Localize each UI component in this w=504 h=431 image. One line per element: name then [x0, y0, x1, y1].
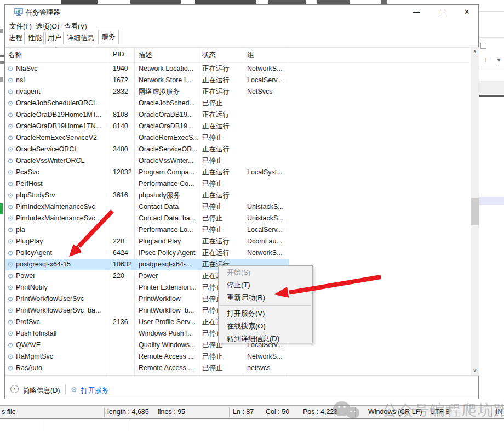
- service-status: 已停止: [202, 155, 243, 167]
- scrollbar-thumb[interactable]: [471, 198, 479, 225]
- service-gear-icon: ⚙: [7, 236, 16, 247]
- service-name: postgresql-x64-15: [16, 259, 108, 270]
- service-name: ProfSvc: [16, 316, 108, 328]
- task-manager-icon: [14, 8, 23, 16]
- status-mode: IN: [496, 408, 503, 416]
- scroll-down-icon[interactable]: ∨: [471, 366, 479, 375]
- column-header-pid[interactable]: PID: [113, 50, 124, 58]
- table-row[interactable]: ⚙PerfHostPerformance Co...已停止: [5, 178, 289, 190]
- service-group: [247, 109, 288, 121]
- service-gear-icon: ⚙: [7, 293, 16, 305]
- background-toolbar-band: [479, 81, 504, 94]
- tab-performance[interactable]: 性能: [26, 32, 44, 44]
- service-description: Network Store I...: [139, 75, 198, 86]
- column-header-description[interactable]: 描述: [139, 50, 152, 60]
- expand-details-icon[interactable]: ∧: [10, 385, 19, 393]
- service-pid: 12032: [113, 167, 137, 178]
- filter-icon[interactable]: ▼: [496, 56, 502, 63]
- tab-users[interactable]: 用户: [45, 32, 64, 44]
- status-divider: [491, 407, 492, 417]
- service-pid: 1940: [113, 63, 137, 75]
- table-row[interactable]: ⚙PcaSvc12032Program Compa...正在运行LocalSys…: [5, 167, 289, 178]
- window-title: 任务管理器: [26, 8, 60, 18]
- context-menu-item-5[interactable]: 在线搜索(O): [219, 320, 312, 332]
- service-description: PrintWorkflow: [139, 293, 198, 305]
- service-gear-icon: ⚙: [7, 339, 16, 351]
- table-row[interactable]: ⚙OracleOraDB19Home1MT...8108OracleOraDB1…: [5, 109, 289, 121]
- footer-separator: [5, 375, 479, 376]
- service-name: OracleVssWriterORCL: [16, 155, 108, 167]
- service-name: phpStudySrv: [16, 190, 108, 201]
- service-name: PimIndexMaintenanceSvc_...: [16, 213, 108, 224]
- tab-services[interactable]: 服务: [98, 30, 119, 44]
- table-row[interactable]: ⚙PolicyAgent6424IPsec Policy Agent正在运行Ne…: [5, 247, 289, 259]
- maximize-button[interactable]: □: [431, 5, 453, 19]
- table-row[interactable]: ⚙OracleVssWriterORCLOracleVssWriter...已停…: [5, 155, 289, 167]
- context-menu-item-2[interactable]: 重新启动(R): [219, 292, 312, 304]
- service-group: UnistackS...: [247, 213, 288, 224]
- scroll-up-icon[interactable]: ∧: [471, 47, 479, 56]
- table-row[interactable]: ⚙OracleJobSchedulerORCLOracleJobSched...…: [5, 98, 289, 109]
- service-gear-icon: ⚙: [7, 167, 16, 178]
- table-row[interactable]: ⚙PimIndexMaintenanceSvcContact Data已停止Un…: [5, 201, 289, 213]
- service-gear-icon: ⚙: [7, 362, 16, 374]
- service-name: PolicyAgent: [16, 247, 108, 259]
- service-name: RasAuto: [16, 362, 108, 374]
- plus-icon[interactable]: +: [484, 55, 488, 64]
- service-name: OracleJobSchedulerORCL: [16, 98, 108, 109]
- service-status: 正在运行: [202, 236, 243, 247]
- background-checkbox[interactable]: [480, 43, 486, 49]
- table-row[interactable]: ⚙phpStudySrv3616phpstudy服务正在运行: [5, 190, 289, 201]
- open-services-link[interactable]: 打开服务: [81, 386, 108, 395]
- service-group: [247, 132, 288, 144]
- context-menu-item-6[interactable]: 转到详细信息(D): [219, 333, 312, 345]
- table-row[interactable]: ⚙PlugPlay220Plug and Play正在运行DcomLau...: [5, 236, 289, 247]
- service-gear-icon: ⚙: [7, 86, 16, 98]
- service-pid: 8140: [113, 121, 137, 132]
- column-header-group[interactable]: 组: [247, 50, 254, 60]
- table-row[interactable]: ⚙OracleOraDB19Home1TN...8140OracleOraDB1…: [5, 121, 289, 132]
- fewer-details-label[interactable]: 简略信息(D): [23, 386, 60, 395]
- services-gear-icon: ⚙: [71, 385, 77, 394]
- menu-view[interactable]: 查看(V): [62, 21, 89, 32]
- table-row[interactable]: ⚙nsi1672Network Store I...正在运行LocalServ.…: [5, 75, 289, 86]
- service-description: Quality Windows...: [139, 339, 198, 351]
- context-menu-item-0[interactable]: 开始(S): [219, 266, 312, 279]
- service-pid: [113, 213, 137, 224]
- service-description: OracleRemExecS...: [139, 132, 198, 144]
- service-gear-icon: ⚙: [7, 316, 16, 328]
- close-button[interactable]: ✕: [456, 5, 478, 19]
- table-row[interactable]: ⚙nvagent2832网络虚拟服务正在运行NetSvcs: [5, 86, 289, 98]
- service-description: Printer Extension...: [139, 282, 198, 293]
- service-gear-icon: ⚙: [7, 98, 16, 109]
- vertical-scrollbar[interactable]: ∧ ∨: [471, 47, 479, 375]
- service-status: 正在运行: [202, 144, 243, 155]
- table-row[interactable]: ⚙PimIndexMaintenanceSvc_...Contact Data_…: [5, 213, 289, 224]
- service-name: QWAVE: [16, 339, 108, 351]
- tab-processes[interactable]: 进程: [7, 32, 25, 44]
- service-pid: [113, 178, 137, 190]
- title-bar[interactable]: 任务管理器 — □ ✕: [5, 5, 478, 19]
- table-row[interactable]: ⚙OracleRemExecServiceV2OracleRemExecS...…: [5, 132, 289, 144]
- service-pid: 10632: [113, 259, 137, 270]
- table-row[interactable]: ⚙OracleServiceORCL3480OracleServiceOR...…: [5, 144, 289, 155]
- table-row[interactable]: ⚙RasAutoRemote Access ...已停止netsvcs: [5, 362, 289, 374]
- context-menu-item-4[interactable]: 打开服务(V): [219, 308, 312, 320]
- service-description: Plug and Play: [139, 236, 198, 247]
- menu-file[interactable]: 文件(F): [7, 21, 34, 32]
- service-pid: [113, 351, 137, 362]
- table-row[interactable]: ⚙plaPerformance Lo...已停止LocalServ...: [5, 224, 289, 236]
- status-divider: [355, 407, 356, 417]
- table-row[interactable]: ⚙NlaSvc1940Network Locatio...正在运行Network…: [5, 63, 289, 75]
- menu-options[interactable]: 选项(O): [33, 21, 61, 32]
- service-description: Performance Lo...: [139, 224, 198, 236]
- context-menu-item-1[interactable]: 停止(T): [219, 279, 312, 291]
- column-header-status[interactable]: 状态: [202, 50, 216, 60]
- table-row[interactable]: ⚙RaMgmtSvcRemote Access ...已停止NetworkS..…: [5, 351, 289, 362]
- minimize-button[interactable]: —: [405, 5, 427, 19]
- tab-details[interactable]: 详细信息: [65, 32, 96, 44]
- service-status: 正在运行: [202, 63, 243, 75]
- service-pid: [113, 224, 137, 236]
- editor-status-bar: s file length : 4,685 lines : 95 Ln : 87…: [0, 405, 504, 419]
- column-header-name[interactable]: 名称: [8, 50, 22, 60]
